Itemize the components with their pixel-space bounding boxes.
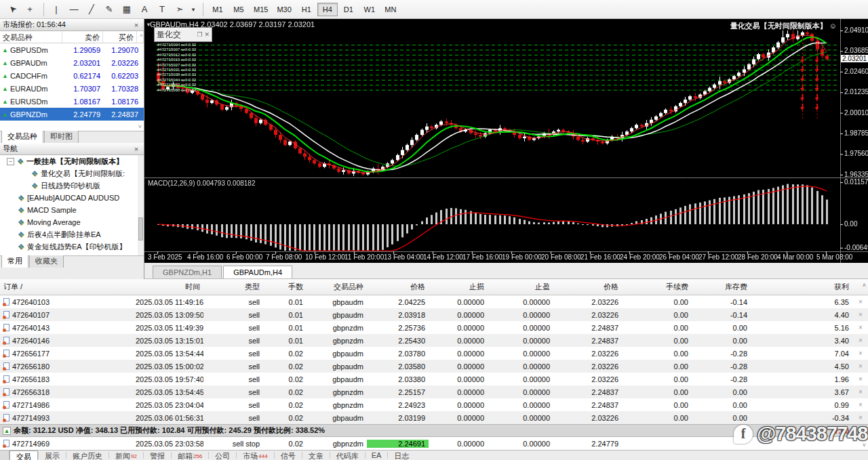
order-row[interactable]: 4726561832025.03.05 19:57:40sell0.02gbpa… (0, 373, 868, 385)
terminal-tab[interactable]: 交易 (9, 451, 38, 460)
close-order-icon[interactable]: × (856, 388, 865, 396)
order-row[interactable]: 4727149932025.03.06 01:56:31sell0.02gbpa… (0, 411, 868, 424)
market-watch-row[interactable]: ▲EURAUDm1.703071.70328 (0, 82, 144, 95)
pending-order[interactable]: 4727149692025.03.05 23:03:58sell stop0.0… (0, 437, 868, 450)
panel-icon[interactable] (0, 451, 9, 460)
order-row[interactable]: 4726563182025.03.05 13:54:45sell0.02gbpn… (0, 385, 868, 398)
fibonacci-icon[interactable]: ▦ (119, 2, 135, 17)
chart-window[interactable]: ▼ GBPAUDm,H4 2.03402 2.03697 2.03197 2.0… (144, 19, 868, 263)
candlestick-chart[interactable] (144, 19, 868, 263)
close-order-icon[interactable]: × (856, 401, 865, 409)
navigator-item[interactable]: ❖日线趋势印钞机版 (0, 253, 144, 255)
orders-column-header[interactable]: 获利 (751, 282, 852, 292)
horizontal-line-icon[interactable]: — (66, 2, 82, 17)
navigator-item[interactable]: ❖后夜4点半删除挂单EA (0, 228, 144, 241)
close-order-icon[interactable]: × (856, 350, 865, 357)
scroll-up-icon[interactable]: ˄ (137, 31, 144, 43)
terminal-tab[interactable]: 市场444 (237, 451, 273, 460)
dropdown-arrow-icon[interactable]: ▾ (189, 2, 197, 17)
timeframe-h4[interactable]: H4 (317, 3, 338, 16)
crosshair-icon[interactable]: + (22, 2, 38, 17)
navigator-scrollbar[interactable] (138, 155, 144, 255)
timeframe-m1[interactable]: M1 (208, 3, 228, 16)
close-order-icon[interactable]: × (856, 311, 865, 318)
close-order-icon[interactable]: × (856, 337, 865, 344)
terminal-tab[interactable]: 日志 (388, 451, 415, 460)
orders-column-header[interactable]: 价格 (553, 282, 622, 292)
timeframe-m5[interactable]: M5 (229, 3, 249, 16)
scroll-up-icon[interactable]: ˄ (863, 282, 866, 289)
scroll-down-icon[interactable]: ˅ (863, 442, 866, 448)
col-symbol[interactable]: 交易品种 (0, 31, 62, 43)
order-row[interactable]: 4726401072025.03.05 13:09:50sell0.01gbpa… (0, 308, 868, 321)
market-watch-tab[interactable]: 交易品种 (1, 130, 43, 143)
terminal-tab[interactable]: 代码库 (330, 451, 365, 460)
text-icon[interactable]: A (136, 2, 153, 17)
close-icon[interactable]: × (132, 145, 141, 153)
col-ask[interactable]: 买价 (103, 31, 137, 43)
trendline-icon[interactable]: ╱ (83, 2, 100, 17)
close-icon[interactable]: ✕ (204, 31, 210, 38)
timeframe-h1[interactable]: H1 (296, 3, 317, 16)
chart-tab[interactable]: GBPAUDm,H4 (223, 266, 292, 278)
navigator-item[interactable]: −❖一般挂单【无时间限制版本】 (0, 155, 144, 167)
col-bid[interactable]: 卖价 (62, 31, 103, 43)
orders-column-header[interactable]: 类型 (203, 282, 263, 292)
navigator-item[interactable]: ❖黄金短线趋势EA【印钞机版】 (0, 241, 144, 253)
navigator-tab[interactable]: 常用 (1, 255, 28, 268)
order-row[interactable]: 4726561772025.03.05 13:54:44sell0.02gbpa… (0, 347, 868, 360)
timeframe-m30[interactable]: M30 (273, 3, 295, 16)
terminal-tab[interactable]: 警报 (144, 451, 171, 460)
orders-column-header[interactable]: 时间 (132, 282, 203, 292)
timeframe-w1[interactable]: W1 (359, 3, 380, 16)
order-row[interactable]: 4726401432025.03.05 11:49:39sell0.01gbpn… (0, 321, 868, 334)
market-watch-tab[interactable]: 即时图 (44, 130, 79, 143)
close-order-icon[interactable]: × (856, 375, 865, 383)
label-icon[interactable]: T (154, 2, 170, 17)
terminal-tab[interactable]: 公司 (209, 451, 236, 460)
timeframe-m15[interactable]: M15 (250, 3, 272, 16)
terminal-tab[interactable]: 文章 (302, 451, 330, 460)
market-watch-row[interactable]: ▲GBPAUDm2.032012.03226 (0, 56, 144, 69)
orders-column-header[interactable]: 订单 / (0, 282, 132, 292)
market-watch-row[interactable]: ▲CADCHFm0.621740.62203 (0, 69, 144, 82)
scroll-down-icon[interactable]: ˅ (138, 123, 142, 130)
orders-column-header[interactable]: 止盈 (488, 282, 553, 292)
close-order-icon[interactable]: × (856, 324, 865, 331)
chart-tab[interactable]: GBPNZDm,H1 (153, 266, 222, 278)
order-row[interactable]: 4726561802025.03.05 15:00:02sell0.02gbpa… (0, 360, 868, 373)
navigator-item[interactable]: ❖MACD Sample (0, 204, 144, 216)
orders-column-header[interactable]: 交易品种 (307, 282, 367, 292)
timeframe-d1[interactable]: D1 (338, 3, 359, 16)
order-row[interactable]: 4726401032025.03.05 11:49:16sell0.01gbpa… (0, 295, 868, 308)
navigator-item[interactable]: ❖量化交易【无时间限制版: (0, 167, 144, 180)
terminal-tab[interactable]: 邮箱256 (172, 451, 208, 460)
market-watch-row[interactable]: ▲GBPNZDm2.247792.24837 (0, 108, 144, 121)
close-order-icon[interactable]: × (856, 362, 865, 370)
orders-column-header[interactable]: 手数 (263, 282, 307, 292)
cursor-icon[interactable]: ➤ (1, 0, 24, 20)
timeframe-mn[interactable]: MN (380, 3, 401, 16)
order-row[interactable]: 4726401462025.03.05 13:15:01sell0.01gbpn… (0, 334, 868, 347)
orders-column-header[interactable]: 止损 (429, 282, 488, 292)
terminal-tab[interactable]: EA (366, 451, 388, 460)
ea-mini-window[interactable]: 量化交 ❐ ✕ (154, 27, 212, 42)
orders-column-header[interactable]: 手续费 (622, 282, 692, 292)
orders-column-header[interactable]: 库存费 (692, 282, 751, 292)
terminal-tab[interactable]: 信号 (275, 451, 302, 460)
terminal-tab[interactable]: 新闻92 (109, 451, 143, 460)
terminal-tab[interactable]: 账户历史 (66, 451, 108, 460)
navigator-item[interactable]: ❖日线趋势印钞机版 (0, 180, 144, 192)
close-icon[interactable]: × (132, 21, 141, 29)
close-order-icon[interactable]: × (856, 298, 865, 306)
navigator-item[interactable]: ❖[EAHub]AUDCAD AUDUSD (0, 192, 144, 204)
scrollbar-thumb[interactable] (138, 217, 143, 241)
orders-column-header[interactable]: 价格 (367, 282, 429, 292)
collapse-icon[interactable]: − (7, 158, 14, 165)
shapes-icon[interactable]: ➣ (172, 2, 188, 17)
order-row[interactable]: 4727149862025.03.05 23:04:04sell0.02gbpn… (0, 398, 868, 411)
restore-icon[interactable]: ❐ (197, 31, 202, 38)
vertical-line-icon[interactable]: | (48, 2, 64, 17)
close-order-icon[interactable]: × (856, 414, 865, 421)
equidistant-channel-icon[interactable]: ✎ (101, 2, 117, 17)
